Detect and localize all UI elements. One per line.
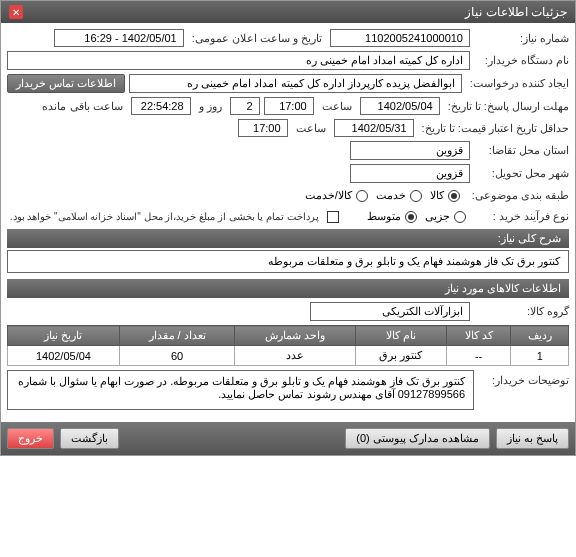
close-icon[interactable]: ✕ bbox=[9, 5, 23, 19]
window-title: جزئیات اطلاعات نیاز bbox=[465, 5, 567, 19]
th-name: نام کالا bbox=[355, 326, 446, 346]
radio-icon bbox=[356, 190, 368, 202]
creator-field: ابوالفضل پزیده کارپرداز اداره کل کمیته ا… bbox=[129, 74, 462, 93]
validity-label: حداقل تاریخ اعتبار قیمت: تا تاریخ: bbox=[418, 122, 569, 135]
announce-field: 1402/05/01 - 16:29 bbox=[54, 29, 184, 47]
radio-icon bbox=[410, 190, 422, 202]
th-unit: واحد شمارش bbox=[235, 326, 356, 346]
radio-icon bbox=[405, 211, 417, 223]
payment-note: پرداخت تمام یا بخشی از مبلغ خرید،از محل … bbox=[10, 211, 319, 222]
th-date: تاریخ نیاز bbox=[8, 326, 120, 346]
loc-del-field: قزوین bbox=[350, 164, 470, 183]
th-qty: تعداد / مقدار bbox=[119, 326, 234, 346]
group-field: ابزارآلات الکتریکی bbox=[310, 302, 470, 321]
radio-service[interactable]: خدمت bbox=[376, 189, 422, 202]
radio-medium-label: متوسط bbox=[367, 210, 401, 223]
need-no-label: شماره نیاز: bbox=[474, 32, 569, 45]
announce-label: تاریخ و ساعت اعلان عمومی: bbox=[188, 32, 326, 45]
deadline-label: مهلت ارسال پاسخ: تا تاریخ: bbox=[444, 100, 569, 113]
validity-date-field: 1402/05/31 bbox=[334, 119, 414, 137]
respond-button[interactable]: پاسخ به نیاز bbox=[496, 428, 569, 449]
exit-button[interactable]: خروج bbox=[7, 428, 54, 449]
days-label: روز و bbox=[195, 100, 226, 113]
validity-time-field: 17:00 bbox=[238, 119, 288, 137]
time-label-1: ساعت bbox=[318, 100, 356, 113]
table-header-row: ردیف کد کالا نام کالا واحد شمارش تعداد /… bbox=[8, 326, 569, 346]
cell-qty: 60 bbox=[119, 346, 234, 366]
group-label: گروه کالا: bbox=[474, 305, 569, 318]
desc-box: کنتور برق تک فاز هوشمند فهام یک و تابلو … bbox=[7, 250, 569, 273]
content: شماره نیاز: 1102005241000010 تاریخ و ساع… bbox=[1, 23, 575, 416]
deadline-date-field: 1402/05/04 bbox=[360, 97, 440, 115]
footer: پاسخ به نیاز مشاهده مدارک پیوستی (0) باز… bbox=[1, 422, 575, 455]
info-header: اطلاعات کالاهای مورد نیاز bbox=[7, 279, 569, 298]
radio-icon bbox=[448, 190, 460, 202]
remaining-field: 22:54:28 bbox=[131, 97, 191, 115]
org-field: اداره کل کمیته امداد امام خمینی ره bbox=[7, 51, 470, 70]
payment-checkbox[interactable] bbox=[327, 211, 339, 223]
radio-medium[interactable]: متوسط bbox=[367, 210, 417, 223]
creator-label: ایجاد کننده درخواست: bbox=[466, 77, 569, 90]
title-bar: جزئیات اطلاعات نیاز ✕ bbox=[1, 1, 575, 23]
days-field: 2 bbox=[230, 97, 260, 115]
purchase-label: نوع فرآیند خرید : bbox=[474, 210, 569, 223]
back-button[interactable]: بازگشت bbox=[60, 428, 119, 449]
radio-goods[interactable]: کالا bbox=[430, 189, 460, 202]
remaining-label: ساعت باقی مانده bbox=[38, 100, 126, 113]
radio-icon bbox=[454, 211, 466, 223]
cell-idx: 1 bbox=[511, 346, 569, 366]
deadline-time-field: 17:00 bbox=[264, 97, 314, 115]
org-label: نام دستگاه خریدار: bbox=[474, 54, 569, 67]
th-idx: ردیف bbox=[511, 326, 569, 346]
cell-name: کنتور برق bbox=[355, 346, 446, 366]
category-label: طبقه بندی موضوعی: bbox=[468, 189, 569, 202]
loc-req-label: استان محل تقاضا: bbox=[474, 144, 569, 157]
attachments-button[interactable]: مشاهده مدارک پیوستی (0) bbox=[345, 428, 490, 449]
cell-unit: عدد bbox=[235, 346, 356, 366]
cell-code: -- bbox=[446, 346, 511, 366]
radio-both-label: کالا/خدمت bbox=[305, 189, 352, 202]
cell-date: 1402/05/04 bbox=[8, 346, 120, 366]
window: جزئیات اطلاعات نیاز ✕ شماره نیاز: 110200… bbox=[0, 0, 576, 456]
table-row[interactable]: 1 -- کنتور برق عدد 60 1402/05/04 bbox=[8, 346, 569, 366]
radio-small-label: جزیی bbox=[425, 210, 450, 223]
radio-both[interactable]: کالا/خدمت bbox=[305, 189, 368, 202]
radio-small[interactable]: جزیی bbox=[425, 210, 466, 223]
loc-del-label: شهر محل تحویل: bbox=[474, 167, 569, 180]
contact-button[interactable]: اطلاعات تماس خریدار bbox=[7, 74, 125, 93]
buyer-note-label: توضیحات خریدار: bbox=[474, 370, 569, 410]
items-table: ردیف کد کالا نام کالا واحد شمارش تعداد /… bbox=[7, 325, 569, 366]
loc-req-field: قزوین bbox=[350, 141, 470, 160]
radio-service-label: خدمت bbox=[376, 189, 406, 202]
radio-goods-label: کالا bbox=[430, 189, 444, 202]
time-label-2: ساعت bbox=[292, 122, 330, 135]
desc-header: شرح کلی نیاز: bbox=[7, 229, 569, 248]
th-code: کد کالا bbox=[446, 326, 511, 346]
need-no-field: 1102005241000010 bbox=[330, 29, 470, 47]
buyer-note-box: کنتور برق تک فاز هوشمند فهام یک و تابلو … bbox=[7, 370, 474, 410]
